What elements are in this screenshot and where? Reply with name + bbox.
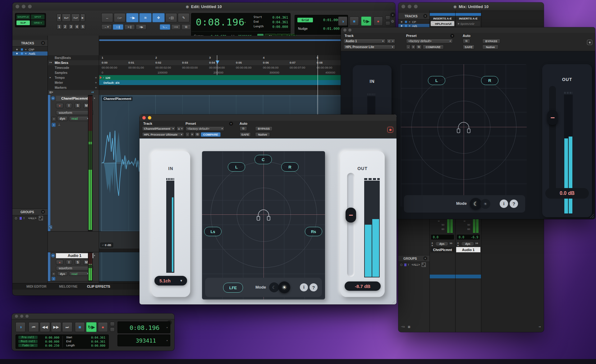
- lite-preset-prev-button[interactable]: -: [406, 45, 410, 49]
- toolbar-chevron-button[interactable]: ▾: [390, 12, 395, 17]
- go-to-end-button[interactable]: ⏭: [62, 322, 72, 332]
- insert-power-dot[interactable]: [458, 23, 459, 25]
- grabber-tool-button[interactable]: ≋: [139, 13, 152, 22]
- go-to-start-button[interactable]: ⏮: [29, 322, 39, 332]
- start-value[interactable]: 0:04.361: [83, 336, 105, 339]
- layered-editing-button[interactable]: ⇨≡: [171, 24, 181, 30]
- zoom-preset-3[interactable]: 3: [68, 24, 74, 29]
- fadein-button[interactable]: Fade-in: [18, 344, 38, 347]
- link-timeline-button[interactable]: ↕·∥: [113, 24, 123, 30]
- mirrored-midi-button[interactable]: ⧉: [181, 24, 191, 30]
- lite-grid-panel[interactable]: L R: [401, 64, 527, 207]
- length-value[interactable]: 0:00.000: [83, 344, 105, 347]
- mix-traffic-lights[interactable]: [401, 5, 418, 8]
- zoom-waveform-h-button[interactable]: ◈▴▾: [62, 14, 71, 22]
- stop-button[interactable]: ■: [350, 16, 359, 26]
- track2-record-button[interactable]: ●: [56, 260, 63, 265]
- ultimate-native-button[interactable]: Native: [255, 132, 270, 137]
- close-icon[interactable]: [343, 29, 346, 32]
- updown-icon[interactable]: ▲▼: [431, 241, 433, 247]
- fastforward-icon[interactable]: ⏵⏵: [450, 242, 452, 245]
- track1-automation-selector[interactable]: read▾: [69, 116, 91, 121]
- transport-stop-button[interactable]: ■: [75, 322, 85, 332]
- info-button[interactable]: i: [500, 200, 508, 208]
- transport-traffic-lights[interactable]: [15, 315, 29, 318]
- group-row-all[interactable]: ! <ALL> az: [12, 216, 48, 220]
- smart-tool-button[interactable]: ✥: [152, 13, 165, 22]
- insertion-follows-button[interactable]: ⇥▶: [136, 24, 146, 30]
- speaker-c-pill[interactable]: C: [254, 155, 272, 164]
- speaker-l-pill[interactable]: L: [428, 76, 445, 85]
- mix-title-bar[interactable]: ◉ Mix: Untitled 10: [398, 2, 544, 11]
- minimize-icon[interactable]: [22, 5, 25, 8]
- strip2-volume-display[interactable]: 0.0 -6.9: [457, 235, 480, 240]
- mix-footer-grid-icon[interactable]: ▦: [408, 325, 410, 328]
- group-name[interactable]: <ALL>: [412, 263, 420, 266]
- lite-out-fader-knob[interactable]: [547, 110, 558, 125]
- groups-panel-chevron[interactable]: ▾: [41, 210, 45, 214]
- zoom-waveform-v-button[interactable]: ≋▴▾: [71, 14, 80, 22]
- ultimate-preset-selector[interactable]: <factory default>▾: [186, 126, 224, 131]
- lite-track-selector[interactable]: Audio 1▾: [343, 39, 386, 43]
- lite-safe-button[interactable]: SAFE: [463, 45, 475, 49]
- main-counter-value[interactable]: 0:08.196: [196, 16, 245, 28]
- speaker-r-pill[interactable]: R: [481, 76, 498, 85]
- track1-record-button[interactable]: ●: [56, 103, 63, 108]
- lite-traffic-lights[interactable]: [343, 29, 351, 32]
- ultimate-grid-panel[interactable]: C L R Ls Rs LFE Mode ☾ ☀ i ?: [202, 151, 325, 299]
- mix-tracks-header[interactable]: TRACKS ▾: [398, 13, 429, 20]
- track1-name-chevron[interactable]: ▾: [94, 97, 95, 100]
- preroll-value[interactable]: 0:00.000: [40, 336, 59, 339]
- tracks-panel-chevron[interactable]: ▾: [41, 41, 45, 45]
- light-mode-button[interactable]: ☀: [480, 199, 490, 209]
- ultimate-target-button[interactable]: [387, 127, 393, 133]
- ultimate-safe-button[interactable]: SAFE: [240, 132, 251, 137]
- lite-preset-save-icon[interactable]: ⧉: [416, 45, 422, 49]
- track-enable-dot[interactable]: [401, 21, 402, 23]
- ruler-label-samples[interactable]: Samples: [48, 70, 99, 75]
- ruler-view-icon[interactable]: ≡▾: [49, 61, 52, 64]
- track1-metering-icon[interactable]: ◑: [52, 123, 56, 127]
- transport-play-button[interactable]: ↻▶: [86, 322, 97, 332]
- ruler-label-timecode[interactable]: Timecode: [48, 65, 99, 70]
- fastforward-icon[interactable]: ⏵⏵: [475, 242, 478, 245]
- zoom-left-button[interactable]: ◀: [57, 14, 62, 22]
- track1-view-selector[interactable]: waveform▾: [56, 110, 93, 115]
- postroll-value[interactable]: 0:00.000: [40, 340, 59, 343]
- groups-panel-header[interactable]: GROUPS ▾: [12, 209, 48, 215]
- dark-mode-button[interactable]: ☾: [470, 198, 482, 210]
- help-button[interactable]: ?: [510, 200, 518, 208]
- insert-power-dot[interactable]: [432, 23, 434, 25]
- ruler-label-bars[interactable]: Bars|Beats: [48, 55, 99, 61]
- ultimate-track-selector[interactable]: ChannelPlacement▾: [142, 126, 176, 131]
- tempo-expander-icon[interactable]: ▸: [50, 76, 51, 79]
- selection-marker-icon[interactable]: [216, 61, 219, 64]
- lite-auto-enable-button[interactable]: ⧉: [463, 39, 470, 43]
- group-name[interactable]: <ALL>: [28, 217, 37, 220]
- mix-groups-header[interactable]: GROUPS ▾: [398, 255, 429, 262]
- track2-elastic-icon[interactable]: ✳: [52, 272, 56, 276]
- selector-tool-button[interactable]: ⊣▶: [126, 13, 139, 22]
- lane-grid-icon[interactable]: ▦▾: [49, 91, 53, 94]
- lite-out-fader-track[interactable]: [549, 86, 556, 198]
- info-button[interactable]: i: [300, 283, 308, 291]
- mode-slip-button[interactable]: SLIP: [16, 20, 30, 25]
- close-icon[interactable]: [16, 5, 19, 8]
- grid-value[interactable]: 0:01.000: [319, 18, 340, 22]
- zoom-window-icon[interactable]: [414, 5, 418, 8]
- updown-icon[interactable]: ▲▼: [457, 241, 459, 247]
- tab-midi-editor[interactable]: MIDI EDITOR: [26, 285, 47, 288]
- mix-track-row-cp[interactable]: ≋ CP: [398, 20, 429, 24]
- lite-preset-next-button[interactable]: +: [411, 45, 415, 49]
- track1-name-plate[interactable]: ChanelPlacemnt: [56, 96, 93, 101]
- channel-format-selector[interactable]: 5.1ch ▾: [154, 276, 187, 285]
- fadein-value[interactable]: 0:00.250: [40, 344, 59, 347]
- ultimate-plugin-selector[interactable]: HPL Processor Ultimate▾: [142, 132, 184, 137]
- pencil-tool-button[interactable]: ✎: [178, 13, 190, 22]
- mix-footer-right-icon[interactable]: ⇥: [538, 325, 541, 328]
- track-name[interactable]: ChP: [29, 48, 34, 51]
- lite-bypass-button[interactable]: BYPASS: [482, 39, 500, 43]
- ultimate-traffic-lights[interactable]: [142, 116, 151, 119]
- trim-tool-button[interactable]: ↔: [101, 13, 113, 22]
- transport-record-button[interactable]: ●: [98, 322, 108, 332]
